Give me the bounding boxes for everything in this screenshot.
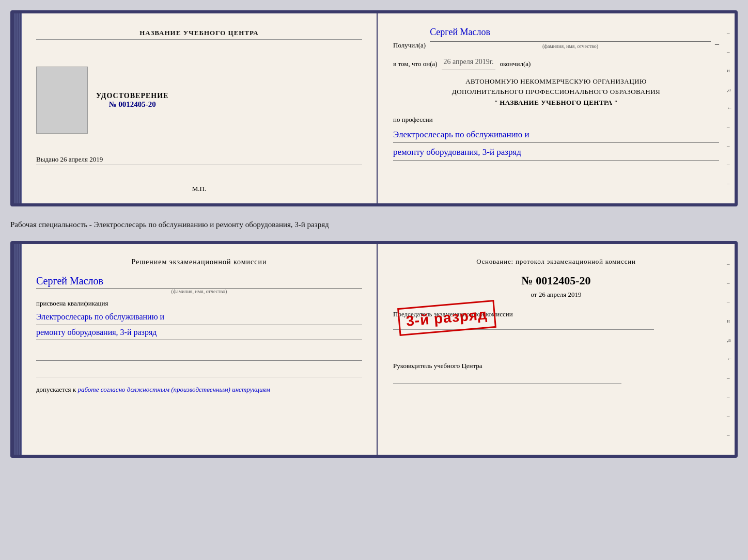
- sig-line-2: [36, 367, 362, 377]
- profession-line1: Электрослесарь по обслуживанию и: [393, 127, 719, 143]
- poluchil-label: Получил(а): [393, 39, 426, 51]
- mp-label: М.П.: [192, 185, 206, 193]
- completion-date: 26 апреля 2019г.: [442, 55, 496, 70]
- top-document: НАЗВАНИЕ УЧЕБНОГО ЦЕНТРА УДОСТОВЕРЕНИЕ №…: [10, 10, 738, 206]
- udostoverenie-number: № 0012405-20: [96, 100, 168, 109]
- top-doc-right: Получил(а) Сергей Маслов (фамилия, имя, …: [378, 13, 735, 203]
- top-left-center-label: НАЗВАНИЕ УЧЕБНОГО ЦЕНТРА: [36, 29, 362, 40]
- ot-date: от 26 апреля 2019: [393, 291, 719, 299]
- fio-subtitle-bottom: (фамилия, имя, отчество): [36, 289, 362, 294]
- poluchil-line: Получил(а) Сергей Маслов (фамилия, имя, …: [393, 24, 719, 51]
- udostoverenie-title: УДОСТОВЕРЕНИЕ: [96, 92, 168, 100]
- prisvoena-label: присвоена квалификация: [36, 299, 362, 308]
- org-block: АВТОНОМНУЮ НЕКОММЕРЧЕСКУЮ ОРГАНИЗАЦИЮ ДО…: [393, 76, 719, 108]
- dopuskaetsya-block: допускается к работе согласно должностны…: [36, 386, 362, 394]
- vydano-block: Выдано 26 апреля 2019: [36, 155, 362, 165]
- bottom-doc-right: Основание: протокол экзаменационной коми…: [378, 244, 735, 455]
- photo-placeholder: [36, 67, 88, 134]
- doc-spine-bottom: [13, 244, 22, 455]
- org-center-name: НАЗВАНИЕ УЧЕБНОГО ЦЕНТРА: [500, 99, 613, 106]
- dopuskaetsya-label: допускается к: [36, 386, 76, 393]
- bottom-doc-left: Решением экзаменационной комиссии Сергей…: [22, 244, 378, 455]
- profession-line2: ремонту оборудования, 3-й разряд: [393, 145, 719, 161]
- org-line2: ДОПОЛНИТЕЛЬНОГО ПРОФЕССИОНАЛЬНОГО ОБРАЗО…: [393, 87, 719, 98]
- bottom-person-name: Сергей Маслов: [36, 275, 362, 289]
- po-professii-block: по профессии Электрослесарь по обслужива…: [393, 114, 719, 161]
- protocol-number: № 0012405-20: [393, 274, 719, 287]
- vtom-line: в том, что он(а) 26 апреля 2019г. окончи…: [393, 55, 719, 70]
- po-professii-label: по профессии: [393, 116, 433, 123]
- rukovoditel-sig-line: [393, 374, 621, 384]
- fio-subtitle-top: (фамилия, имя, отчество): [430, 42, 711, 51]
- org-name-line: " НАЗВАНИЕ УЧЕБНОГО ЦЕНТРА ": [393, 98, 719, 108]
- okonchil-label: окончил(а): [500, 58, 531, 70]
- dopuskaetsya-text: работе согласно должностным (производств…: [77, 386, 270, 393]
- udostoverenie-block: УДОСТОВЕРЕНИЕ № 0012405-20: [96, 92, 168, 109]
- recipient-name: Сергей Маслов: [430, 24, 711, 42]
- right-side-dashes: – – и ,а ← – – – –: [727, 13, 733, 203]
- qual-line1: Электрослесарь по обслуживанию и: [36, 310, 362, 325]
- qual-line2: ремонту оборудования, 3-й разряд: [36, 325, 362, 341]
- resheniem-title: Решением экзаменационной комиссии: [36, 257, 362, 268]
- between-docs-text: Рабочая специальность - Электрослесарь п…: [10, 216, 738, 232]
- signature-lines-bottom: [36, 350, 362, 377]
- person-name-block: Сергей Маслов (фамилия, имя, отчество): [36, 275, 362, 294]
- vtom-label: в том, что он(а): [393, 58, 438, 70]
- osnovanie-title: Основание: протокол экзаменационной коми…: [393, 257, 719, 267]
- stamp: 3-й разряд: [397, 300, 496, 336]
- top-doc-left: НАЗВАНИЕ УЧЕБНОГО ЦЕНТРА УДОСТОВЕРЕНИЕ №…: [22, 13, 378, 203]
- rukovoditel-block: Руководитель учебного Центра: [393, 361, 719, 385]
- org-line1: АВТОНОМНУЮ НЕКОММЕРЧЕСКУЮ ОРГАНИЗАЦИЮ: [393, 76, 719, 87]
- bottom-document: Решением экзаменационной комиссии Сергей…: [10, 241, 738, 458]
- predsedatel-block: Председатель экзаменационной комиссии 3-…: [393, 309, 719, 330]
- vydano-date: 26 апреля 2019: [60, 155, 103, 163]
- vydano-line: Выдано 26 апреля 2019: [36, 155, 362, 165]
- sig-line-1: [36, 350, 362, 361]
- right-side-dashes-bottom: – – – и ,а ← – – – –: [727, 244, 733, 455]
- rukovoditel-label: Руководитель учебного Центра: [393, 361, 719, 371]
- dash-top: –: [715, 37, 719, 52]
- doc-spine-top: [13, 13, 22, 203]
